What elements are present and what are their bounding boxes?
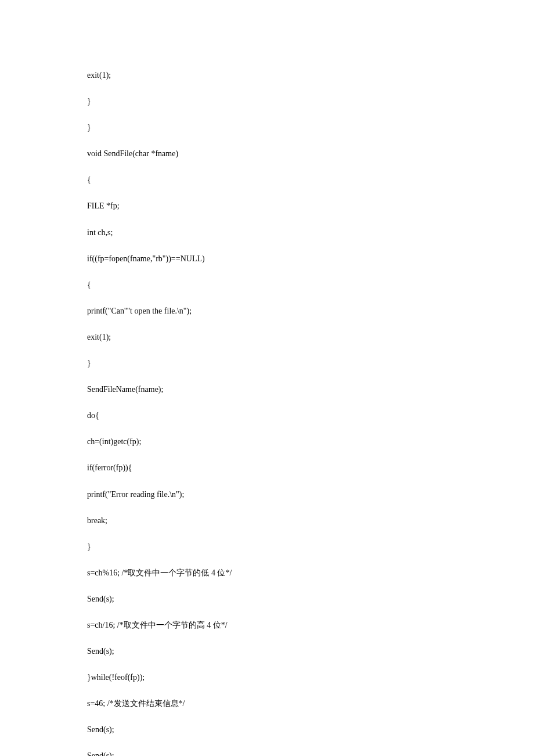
code-line: printf("Error reading file.\n");: [87, 489, 447, 501]
code-line: s=ch/16; /*取文件中一个字节的高 4 位*/: [87, 620, 447, 631]
code-line: ch=(int)getc(fp);: [87, 436, 447, 448]
code-line: s=46; /*发送文件结束信息*/: [87, 698, 447, 710]
code-line: exit(1);: [87, 70, 447, 81]
code-line: s=ch%16; /*取文件中一个字节的低 4 位*/: [87, 567, 447, 579]
code-line: SendFileName(fname);: [87, 384, 447, 395]
code-line: do{: [87, 410, 447, 422]
code-line: Send(s);: [87, 750, 447, 756]
code-line: FILE *fp;: [87, 200, 447, 212]
document-page: exit(1); } } void SendFile(char *fname) …: [0, 0, 534, 756]
code-line: }: [87, 96, 447, 107]
code-line: Send(s);: [87, 593, 447, 605]
code-line: {: [87, 174, 447, 186]
code-line: Send(s);: [87, 646, 447, 657]
code-line: if((fp=fopen(fname,"rb"))==NULL): [87, 253, 447, 265]
code-line: Send(s);: [87, 724, 447, 736]
code-line: if(ferror(fp)){: [87, 462, 447, 474]
code-line: int ch,s;: [87, 227, 447, 239]
code-line: }: [87, 541, 447, 553]
code-line: printf("Can''''t open the file.\n");: [87, 305, 447, 317]
code-line: exit(1);: [87, 332, 447, 343]
code-line: break;: [87, 515, 447, 527]
code-line: }: [87, 122, 447, 134]
code-line: void SendFile(char *fname): [87, 148, 447, 160]
code-line: }while(!feof(fp));: [87, 672, 447, 683]
code-line: }: [87, 358, 447, 369]
code-line: {: [87, 279, 447, 291]
